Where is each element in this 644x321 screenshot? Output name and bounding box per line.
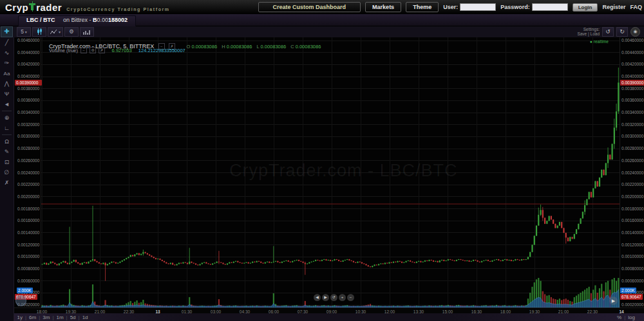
volume-label: Volume (true)	[49, 48, 78, 53]
price-tick-label: 0.00060000	[17, 279, 39, 284]
range-separator: |	[25, 315, 26, 320]
price-tick-label: 0.00240000	[17, 170, 39, 176]
snapshot-camera-button[interactable]: ◉	[630, 27, 640, 37]
volume-settings-icon[interactable]: ⚙	[90, 47, 96, 53]
market-tab[interactable]: LBC / BTC on Bittrex - B0.00188002	[18, 15, 136, 26]
price-tick-label: 0.00080000	[621, 266, 643, 271]
candlestick-icon	[37, 28, 43, 35]
price-value: 188002	[108, 17, 128, 23]
current-price-tag-left: 0.00390000	[15, 80, 42, 86]
register-link[interactable]: Register	[602, 4, 625, 10]
range-button-1y[interactable]: 1y	[17, 315, 23, 320]
zoom-tool[interactable]: ⊕	[0, 113, 14, 123]
price-tick-label: 0.00240000	[621, 170, 643, 176]
redo-button[interactable]: ↻	[616, 27, 628, 37]
price-tick-label: 0.00120000	[17, 243, 39, 248]
realtime-dot-icon: ●	[590, 39, 592, 44]
price-tick-label: 0.00360000	[621, 98, 643, 103]
text-tool[interactable]: Aa	[0, 68, 14, 78]
draw-tool[interactable]: ✎	[0, 147, 14, 157]
lock-tool[interactable]: ⊡	[0, 157, 14, 167]
reset-view-button[interactable]: ↺	[330, 294, 337, 301]
curve-tool[interactable]: ∿	[0, 48, 14, 58]
chevron-down-icon: ▾	[25, 30, 27, 34]
range-separator: |	[39, 315, 40, 320]
price-tick-label: 0.00460000	[17, 38, 39, 43]
login-button[interactable]: Login	[573, 3, 598, 12]
candlestick-chart[interactable]	[41, 37, 620, 307]
price-tick-label: 0.00400000	[621, 74, 643, 79]
undo-button[interactable]: ↺	[602, 27, 614, 37]
volume-scale-tag-right: 2.000K	[620, 288, 636, 293]
interval-dropdown[interactable]: 5 ▾	[17, 27, 31, 37]
pitchfork-tool[interactable]: Ψ	[0, 89, 14, 99]
range-button-1d[interactable]: 1d	[82, 315, 88, 320]
hide-tool[interactable]: ∅	[0, 167, 14, 178]
exchange-label: on Bittrex -	[63, 17, 93, 23]
range-button-3m[interactable]: 3m	[43, 315, 50, 320]
price-tick-label: 0.00420000	[17, 62, 39, 67]
settings-save-load[interactable]: Settings: Save | Load	[577, 27, 600, 36]
theme-button[interactable]: Theme	[406, 2, 439, 12]
chevron-down-icon: ▾	[59, 30, 61, 34]
price-tick-label: 0.00440000	[17, 50, 39, 55]
logo-candle-icon	[29, 3, 35, 12]
brush-tool[interactable]: ✑	[0, 58, 14, 68]
range-button-5d[interactable]: 5d	[70, 315, 76, 320]
scale-toggles: % | log	[617, 315, 644, 320]
price-tick-label: 0.00260000	[621, 158, 643, 163]
crosshair-tool[interactable]: ✚	[1, 26, 13, 37]
logo-text-suffix: rader	[36, 2, 62, 13]
magnet-tool[interactable]: Ω	[0, 136, 14, 147]
arrow-tool[interactable]: ◄	[0, 99, 14, 109]
watermark-logo	[15, 295, 26, 306]
price-tick-label: 0.00060000	[621, 279, 643, 284]
measure-tool[interactable]: ∟	[0, 123, 14, 133]
price-tick-label: 0.00200000	[17, 194, 39, 199]
price-tick-label: 0.00280000	[17, 146, 39, 151]
log-scale-toggle[interactable]: log	[628, 315, 635, 320]
percent-scale-toggle[interactable]: %	[617, 315, 621, 320]
price-tick-label: 0.00380000	[621, 86, 643, 91]
chart-toolbar: ✚ 5 ▾ ▾ ⚙	[0, 26, 644, 37]
realtime-indicator: ● realtime	[590, 39, 609, 44]
indicators-dropdown[interactable]: ▾	[48, 27, 63, 37]
price-tick-label: 0.00380000	[17, 86, 39, 91]
password-input[interactable]	[532, 3, 568, 11]
faq-link[interactable]: FAQ	[630, 4, 642, 10]
pan-left-button[interactable]: ◀	[314, 294, 321, 301]
remove-tool[interactable]: ✗	[0, 178, 14, 188]
goto-realtime-button[interactable]: ▶	[609, 297, 618, 305]
zoom-out-button[interactable]: −	[347, 294, 354, 301]
price-prefix: 0.00	[97, 17, 109, 23]
interval-value: 5	[21, 28, 24, 35]
price-tick-label: 0.00220000	[17, 182, 39, 187]
trendline-tool[interactable]: ╱	[0, 37, 14, 48]
user-input[interactable]	[460, 3, 496, 11]
pattern-tool[interactable]: ⋀	[0, 78, 14, 89]
chart-settings-button[interactable]: ⚙	[64, 27, 79, 37]
markets-button[interactable]: Markets	[365, 2, 401, 12]
chart-type-candles-button[interactable]	[32, 27, 46, 37]
zoom-in-button[interactable]: +	[339, 294, 346, 301]
app-tagline: CryptoCurrency Trading Platform	[66, 7, 169, 12]
range-button-6m[interactable]: 6m	[29, 315, 36, 320]
pan-right-button[interactable]: ▶	[322, 294, 329, 301]
open-label: O	[187, 44, 191, 50]
right-axis-divider	[620, 37, 620, 307]
price-tick-label: 0.00360000	[17, 98, 39, 103]
price-tick-label: 0.00140000	[17, 230, 39, 235]
tools-divider	[2, 134, 12, 135]
price-tick-label: 0.00460000	[621, 38, 643, 43]
price-tick-label: 0.00300000	[621, 134, 643, 139]
volume-close-icon[interactable]: ✗	[99, 47, 105, 53]
tab-bar: LBC / BTC on Bittrex - B0.00188002	[0, 14, 644, 26]
create-dashboard-button[interactable]: Create Custom Dashboard	[258, 2, 361, 12]
logo-text-prefix: Cryp	[5, 2, 28, 13]
price-tick-label: 0.00440000	[621, 50, 643, 55]
price-tick-label: 0.00340000	[17, 110, 39, 115]
volume-collapse-icon[interactable]: −	[80, 47, 87, 53]
depth-chart-button[interactable]	[80, 27, 94, 37]
range-button-1m[interactable]: 1m	[56, 315, 63, 320]
save-load-links[interactable]: Save | Load	[577, 32, 600, 36]
